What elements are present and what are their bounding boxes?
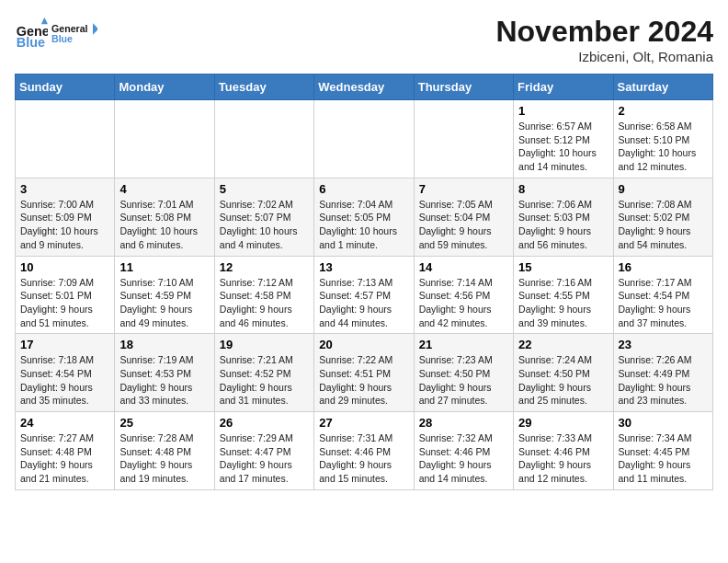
calendar-week-5: 24Sunrise: 7:27 AM Sunset: 4:48 PM Dayli… xyxy=(16,412,713,490)
day-number: 24 xyxy=(20,416,109,430)
day-info: Sunrise: 7:33 AM Sunset: 4:46 PM Dayligh… xyxy=(518,431,608,486)
header-tuesday: Tuesday xyxy=(214,75,313,100)
day-info: Sunrise: 7:26 AM Sunset: 4:49 PM Dayligh… xyxy=(619,353,708,408)
calendar-header: Sunday Monday Tuesday Wednesday Thursday… xyxy=(16,75,713,100)
calendar-cell: 17Sunrise: 7:18 AM Sunset: 4:54 PM Dayli… xyxy=(16,334,115,412)
calendar-cell: 27Sunrise: 7:31 AM Sunset: 4:46 PM Dayli… xyxy=(314,412,414,490)
day-info: Sunrise: 7:18 AM Sunset: 4:54 PM Dayligh… xyxy=(20,353,109,408)
day-number: 10 xyxy=(20,260,109,274)
svg-text:Blue: Blue xyxy=(17,35,45,50)
day-number: 5 xyxy=(220,182,309,196)
header-monday: Monday xyxy=(115,75,214,100)
day-info: Sunrise: 7:09 AM Sunset: 5:01 PM Dayligh… xyxy=(20,276,109,330)
calendar-cell xyxy=(414,100,513,178)
calendar-body: 1Sunrise: 6:57 AM Sunset: 5:12 PM Daylig… xyxy=(16,100,713,490)
location: Izbiceni, Olt, Romania xyxy=(495,49,713,64)
logo-icon: General Blue xyxy=(15,17,48,51)
calendar-cell: 23Sunrise: 7:26 AM Sunset: 4:49 PM Dayli… xyxy=(613,334,712,412)
day-number: 3 xyxy=(20,182,109,196)
day-number: 6 xyxy=(319,182,408,196)
calendar-week-4: 17Sunrise: 7:18 AM Sunset: 4:54 PM Dayli… xyxy=(16,334,713,412)
general-blue-logo-graphic: General Blue xyxy=(51,15,97,53)
day-info: Sunrise: 7:13 AM Sunset: 4:57 PM Dayligh… xyxy=(319,276,408,330)
month-title: November 2024 xyxy=(495,15,713,49)
calendar-cell: 20Sunrise: 7:22 AM Sunset: 4:51 PM Dayli… xyxy=(314,334,414,412)
calendar-cell: 5Sunrise: 7:02 AM Sunset: 5:07 PM Daylig… xyxy=(214,178,313,256)
day-number: 30 xyxy=(619,416,708,430)
header-friday: Friday xyxy=(514,75,613,100)
calendar-cell: 25Sunrise: 7:28 AM Sunset: 4:48 PM Dayli… xyxy=(115,412,214,490)
svg-text:Blue: Blue xyxy=(51,33,73,44)
day-info: Sunrise: 7:00 AM Sunset: 5:09 PM Dayligh… xyxy=(20,198,109,252)
day-number: 12 xyxy=(220,260,309,274)
calendar-cell: 26Sunrise: 7:29 AM Sunset: 4:47 PM Dayli… xyxy=(214,412,313,490)
day-number: 28 xyxy=(419,416,508,430)
day-info: Sunrise: 6:57 AM Sunset: 5:12 PM Dayligh… xyxy=(518,120,608,174)
calendar-cell: 19Sunrise: 7:21 AM Sunset: 4:52 PM Dayli… xyxy=(214,334,313,412)
day-info: Sunrise: 7:19 AM Sunset: 4:53 PM Dayligh… xyxy=(119,353,209,408)
day-number: 27 xyxy=(319,416,408,430)
header-sunday: Sunday xyxy=(16,75,115,100)
day-info: Sunrise: 7:12 AM Sunset: 4:58 PM Dayligh… xyxy=(220,276,309,330)
header: General Blue General Blue November 2024 … xyxy=(15,15,713,64)
calendar-week-3: 10Sunrise: 7:09 AM Sunset: 5:01 PM Dayli… xyxy=(16,256,713,334)
calendar-cell: 29Sunrise: 7:33 AM Sunset: 4:46 PM Dayli… xyxy=(514,412,613,490)
calendar-cell: 11Sunrise: 7:10 AM Sunset: 4:59 PM Dayli… xyxy=(115,256,214,334)
calendar-cell: 6Sunrise: 7:04 AM Sunset: 5:05 PM Daylig… xyxy=(314,178,414,256)
day-number: 7 xyxy=(419,182,508,196)
day-number: 29 xyxy=(518,416,608,430)
day-number: 19 xyxy=(220,338,309,351)
calendar-cell: 7Sunrise: 7:05 AM Sunset: 5:04 PM Daylig… xyxy=(414,178,513,256)
calendar-cell: 22Sunrise: 7:24 AM Sunset: 4:50 PM Dayli… xyxy=(514,334,613,412)
day-info: Sunrise: 7:22 AM Sunset: 4:51 PM Dayligh… xyxy=(319,353,408,408)
day-number: 9 xyxy=(619,182,708,196)
header-saturday: Saturday xyxy=(613,75,712,100)
calendar-cell xyxy=(16,100,115,178)
day-info: Sunrise: 7:14 AM Sunset: 4:56 PM Dayligh… xyxy=(419,276,508,330)
day-info: Sunrise: 7:23 AM Sunset: 4:50 PM Dayligh… xyxy=(419,353,508,408)
day-info: Sunrise: 7:04 AM Sunset: 5:05 PM Dayligh… xyxy=(319,198,408,252)
day-number: 23 xyxy=(619,338,708,351)
calendar-cell: 15Sunrise: 7:16 AM Sunset: 4:55 PM Dayli… xyxy=(514,256,613,334)
day-info: Sunrise: 6:58 AM Sunset: 5:10 PM Dayligh… xyxy=(619,120,708,174)
calendar-cell xyxy=(115,100,214,178)
day-info: Sunrise: 7:31 AM Sunset: 4:46 PM Dayligh… xyxy=(319,431,408,486)
day-number: 2 xyxy=(619,104,708,118)
day-info: Sunrise: 7:08 AM Sunset: 5:02 PM Dayligh… xyxy=(619,198,708,252)
calendar-cell: 12Sunrise: 7:12 AM Sunset: 4:58 PM Dayli… xyxy=(214,256,313,334)
day-number: 15 xyxy=(518,260,608,274)
day-info: Sunrise: 7:24 AM Sunset: 4:50 PM Dayligh… xyxy=(518,353,608,408)
day-number: 17 xyxy=(20,338,109,351)
day-number: 4 xyxy=(119,182,209,196)
header-wednesday: Wednesday xyxy=(314,75,414,100)
calendar-table: Sunday Monday Tuesday Wednesday Thursday… xyxy=(15,74,713,490)
day-number: 8 xyxy=(518,182,608,196)
day-info: Sunrise: 7:06 AM Sunset: 5:03 PM Dayligh… xyxy=(518,198,608,252)
day-info: Sunrise: 7:28 AM Sunset: 4:48 PM Dayligh… xyxy=(119,431,209,486)
calendar-cell: 16Sunrise: 7:17 AM Sunset: 4:54 PM Dayli… xyxy=(613,256,712,334)
calendar-cell: 2Sunrise: 6:58 AM Sunset: 5:10 PM Daylig… xyxy=(613,100,712,178)
day-number: 25 xyxy=(119,416,209,430)
day-info: Sunrise: 7:27 AM Sunset: 4:48 PM Dayligh… xyxy=(20,431,109,486)
title-area: November 2024 Izbiceni, Olt, Romania xyxy=(495,15,713,64)
calendar-cell: 18Sunrise: 7:19 AM Sunset: 4:53 PM Dayli… xyxy=(115,334,214,412)
day-number: 22 xyxy=(518,338,608,351)
day-number: 16 xyxy=(619,260,708,274)
day-info: Sunrise: 7:32 AM Sunset: 4:46 PM Dayligh… xyxy=(419,431,508,486)
day-info: Sunrise: 7:17 AM Sunset: 4:54 PM Dayligh… xyxy=(619,276,708,330)
day-info: Sunrise: 7:21 AM Sunset: 4:52 PM Dayligh… xyxy=(220,353,309,408)
calendar-week-1: 1Sunrise: 6:57 AM Sunset: 5:12 PM Daylig… xyxy=(16,100,713,178)
calendar-cell: 30Sunrise: 7:34 AM Sunset: 4:45 PM Dayli… xyxy=(613,412,712,490)
day-info: Sunrise: 7:29 AM Sunset: 4:47 PM Dayligh… xyxy=(220,431,309,486)
day-info: Sunrise: 7:10 AM Sunset: 4:59 PM Dayligh… xyxy=(119,276,209,330)
calendar-cell: 4Sunrise: 7:01 AM Sunset: 5:08 PM Daylig… xyxy=(115,178,214,256)
day-info: Sunrise: 7:02 AM Sunset: 5:07 PM Dayligh… xyxy=(220,198,309,252)
day-info: Sunrise: 7:16 AM Sunset: 4:55 PM Dayligh… xyxy=(518,276,608,330)
calendar-week-2: 3Sunrise: 7:00 AM Sunset: 5:09 PM Daylig… xyxy=(16,178,713,256)
calendar-cell xyxy=(314,100,414,178)
day-info: Sunrise: 7:01 AM Sunset: 5:08 PM Dayligh… xyxy=(119,198,209,252)
day-number: 13 xyxy=(319,260,408,274)
day-number: 21 xyxy=(419,338,508,351)
svg-marker-2 xyxy=(41,17,48,24)
day-number: 11 xyxy=(119,260,209,274)
